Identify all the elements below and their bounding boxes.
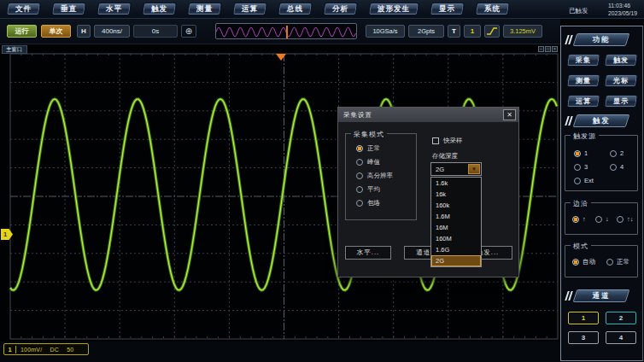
sidebar-acquire-button[interactable]: 采集 <box>566 54 600 67</box>
trigger-mode-group: 模式 自动 正常 <box>565 245 638 277</box>
radio-icon <box>356 159 363 166</box>
menu-file[interactable]: 文件 <box>6 3 41 15</box>
depth-option[interactable]: 16M <box>431 222 481 233</box>
sidebar-measure-button[interactable]: 测量 <box>566 74 600 87</box>
trigger-source-readout[interactable]: 1 <box>464 25 481 38</box>
channel-number: 1 <box>4 346 16 353</box>
sidebar-display-button[interactable]: 显示 <box>604 95 638 108</box>
coupling: DC <box>50 347 59 353</box>
menu-wavegen[interactable]: 波形发生 <box>368 3 419 15</box>
radio-icon <box>574 164 581 171</box>
menu-display[interactable]: 显示 <box>430 3 465 15</box>
depth-option[interactable]: 160k <box>431 200 481 211</box>
clock: 11:03:46 2023/05/19 <box>608 3 637 17</box>
run-button[interactable]: 运行 <box>7 25 37 38</box>
menu-row: 文件 垂直 水平 触发 测量 运算 总线 分析 波形发生 显示 系统 <box>0 3 509 15</box>
menu-bus[interactable]: 总线 <box>278 3 313 15</box>
channel-2-button[interactable]: 2 <box>606 312 636 324</box>
trigger-status: 已触发 <box>569 7 588 15</box>
window-close-icon[interactable]: × <box>552 46 558 52</box>
oscilloscope-app: 文件 垂直 水平 触发 测量 运算 总线 分析 波形发生 显示 系统 已触发 1… <box>0 0 644 362</box>
trigger-source-2[interactable]: 2 <box>610 149 624 157</box>
menu-system[interactable]: 系统 <box>475 3 510 15</box>
radio-icon <box>356 186 363 193</box>
horizontal-settings-button[interactable]: 水平... <box>345 246 391 260</box>
trigger-indicator[interactable]: T <box>448 25 460 38</box>
mode-hires-option[interactable]: 高分辨率 <box>356 172 393 180</box>
zoom-in-icon[interactable]: ⊕ <box>181 25 196 38</box>
menu-trigger[interactable]: 触发 <box>142 3 177 15</box>
trigger-source-4[interactable]: 4 <box>610 163 624 171</box>
timebase-button[interactable]: 400ns/ <box>94 25 130 38</box>
sidebar-math-button[interactable]: 运算 <box>566 95 600 108</box>
time: 11:03:46 <box>608 3 637 10</box>
radio-icon <box>572 259 579 266</box>
header-decoration <box>565 291 570 301</box>
dialog-title: 采集设置 <box>338 108 518 122</box>
channel-4-button[interactable]: 4 <box>606 331 636 344</box>
bottom-status-strip: 1 100mV/ DC 50 <box>0 342 560 362</box>
memory-depth-readout: 2Gpts <box>408 25 444 38</box>
depth-option[interactable]: 1.6k <box>431 178 481 189</box>
toolbar: 运行 单次 H 400ns/ 0s ⊕ 10GSa/s 2Gpts T 1 3.… <box>0 19 560 44</box>
menu-math[interactable]: 运算 <box>232 3 267 15</box>
trigger-source-ext[interactable]: Ext <box>574 177 594 184</box>
depth-option-selected[interactable]: 2G <box>431 255 481 266</box>
radio-icon <box>617 216 624 223</box>
sidebar-trigger-button[interactable]: 触发 <box>604 54 638 67</box>
depth-option[interactable]: 1.6G <box>431 244 481 255</box>
channel1-badge[interactable]: 1 100mV/ DC 50 <box>3 343 89 355</box>
trigger-source-3[interactable]: 3 <box>574 163 588 171</box>
dialog-close-icon[interactable]: ✕ <box>503 109 516 120</box>
radio-icon <box>574 178 581 184</box>
fast-sample-checkbox[interactable]: 快采样 <box>432 137 463 145</box>
trigger-level-readout[interactable]: 3.125mV <box>503 25 542 38</box>
edge-both[interactable]: ↑↓ <box>617 215 634 223</box>
acquisition-settings-dialog: 采集设置 ✕ 采集模式 正常 峰值 高分辨率 平均 包络 快采样 存储深度 2G… <box>337 107 519 277</box>
channel-3-button[interactable]: 3 <box>568 331 599 344</box>
radio-icon <box>356 145 363 152</box>
window-minimize-icon[interactable]: – <box>538 46 544 52</box>
depth-option[interactable]: 1.6M <box>431 211 481 222</box>
rising-edge-icon[interactable] <box>484 25 500 38</box>
dropdown-arrow-icon[interactable]: ▼ <box>468 164 480 174</box>
channel-1-button[interactable]: 1 <box>568 312 599 324</box>
menu-analysis[interactable]: 分析 <box>323 3 358 15</box>
radio-icon <box>595 216 602 223</box>
menu-measure[interactable]: 测量 <box>187 3 222 15</box>
radio-icon <box>606 259 613 266</box>
depth-option[interactable]: 160M <box>431 233 481 244</box>
mode-peak-option[interactable]: 峰值 <box>356 158 380 166</box>
memory-depth-select[interactable]: 2G ▼ <box>430 162 482 176</box>
checkbox-icon <box>432 137 439 144</box>
preview-position-marker[interactable] <box>286 26 288 38</box>
menu-horizontal[interactable]: 水平 <box>97 3 132 15</box>
channel-settings: 100mV/ DC 50 <box>16 347 79 353</box>
sidebar-cursor-button[interactable]: 光标 <box>604 74 638 87</box>
horizontal-indicator[interactable]: H <box>77 25 91 38</box>
right-sidebar: 功能 采集 触发 测量 光标 运算 显示 触发 触发源 1 2 3 4 Ext … <box>560 26 643 361</box>
depth-option[interactable]: 16k <box>431 189 481 200</box>
channel-section-header: 通道 <box>573 289 630 302</box>
mode-auto[interactable]: 自动 <box>572 258 595 266</box>
mode-envelope-option[interactable]: 包络 <box>356 199 380 207</box>
impedance: 50 <box>67 347 73 353</box>
mode-average-option[interactable]: 平均 <box>356 185 380 194</box>
menu-vertical[interactable]: 垂直 <box>51 3 86 15</box>
window-maximize-icon[interactable]: □ <box>545 46 551 52</box>
function-section-header: 功能 <box>573 33 630 46</box>
trigger-position-marker[interactable] <box>276 54 286 61</box>
volts-per-div: 100mV/ <box>20 347 42 353</box>
selected-depth: 2G <box>431 166 468 173</box>
mode-normal[interactable]: 正常 <box>606 258 629 266</box>
edge-falling[interactable]: ↓ <box>595 215 609 223</box>
edge-rising[interactable]: ↑ <box>572 215 586 223</box>
header-decoration <box>565 35 570 44</box>
trigger-source-1[interactable]: 1 <box>574 149 588 157</box>
mode-normal-option[interactable]: 正常 <box>356 144 380 153</box>
radio-icon <box>610 164 617 171</box>
trigger-source-group: 触发源 1 2 3 4 Ext <box>565 135 638 191</box>
single-button[interactable]: 单次 <box>41 25 71 38</box>
horizontal-position[interactable]: 0s <box>133 25 178 38</box>
radio-icon <box>574 150 581 157</box>
